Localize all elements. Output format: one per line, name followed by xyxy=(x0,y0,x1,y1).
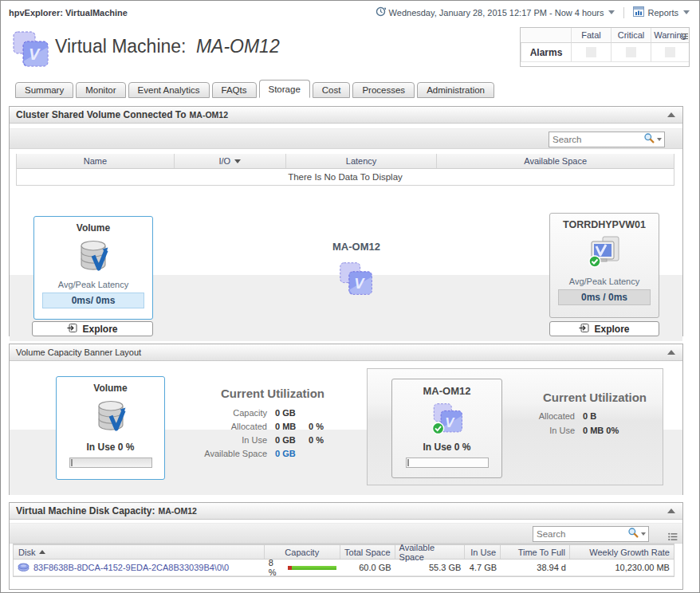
search-icon[interactable] xyxy=(643,132,655,147)
utilization-value: 0 GB xyxy=(275,408,309,418)
panel3-search-input[interactable] xyxy=(533,529,627,539)
column-header-disk[interactable]: Disk xyxy=(14,545,265,559)
utilization-row: Allocated 0 MB 0 % xyxy=(161,419,324,433)
search-options-caret-icon[interactable] xyxy=(657,138,662,141)
tab-processes[interactable]: Processes xyxy=(352,82,415,98)
volume-card[interactable]: Volume Avg/Peak Latency 0ms/ 0ms xyxy=(33,216,153,320)
host-explore-button[interactable]: Explore xyxy=(549,321,659,336)
column-header-total-space[interactable]: Total Space xyxy=(340,545,395,559)
volume-utilization-heading: Current Utilization xyxy=(201,387,344,400)
volume-capacity-card-title: Volume xyxy=(57,383,164,394)
panel1-collapse-button[interactable] xyxy=(667,112,675,117)
vm-capacity-container: MA-OM12 V In Use 0 % Curr xyxy=(367,368,663,485)
available-space-value: 55.3 GB xyxy=(395,560,466,575)
page-title-entity: MA-OM12 xyxy=(196,36,280,57)
tab-faqts[interactable]: FAQts xyxy=(212,82,257,98)
database-icon xyxy=(57,399,164,437)
tab-storage[interactable]: Storage xyxy=(259,80,310,98)
alarms-count-fatal[interactable] xyxy=(571,43,611,61)
utilization-label: Allocated xyxy=(161,422,267,431)
vm-capacity-card[interactable]: MA-OM12 V In Use 0 % xyxy=(391,379,502,478)
panel1-title: Cluster Shared Volume Connected ToMA-OM1… xyxy=(16,109,228,120)
volume-metric-label: Avg/Peak Latency xyxy=(34,280,152,289)
utilization-label: Allocated xyxy=(507,411,575,421)
column-header-capacity[interactable]: Capacity xyxy=(265,545,340,559)
svg-text:V: V xyxy=(29,45,41,63)
tab-summary[interactable]: Summary xyxy=(15,82,73,98)
utilization-value-link[interactable]: 0 GB xyxy=(275,449,309,458)
tab-event-analytics[interactable]: Event Analytics xyxy=(128,82,210,98)
topbar-right: Wednesday, January 28, 2015 12:17 PM - N… xyxy=(376,6,690,18)
total-space-value: 60.0 GB xyxy=(340,560,395,575)
alarms-customizer-icon[interactable] xyxy=(681,32,688,41)
reports-button[interactable]: Reports xyxy=(633,6,690,18)
vm-node-icon: V xyxy=(303,261,410,300)
volume-utilization-list: Capacity 0 GB Allocated 0 MB 0 % In Use … xyxy=(161,406,324,460)
progress-fill xyxy=(407,459,409,466)
tab-cost[interactable]: Cost xyxy=(313,82,351,98)
utilization-row: In Use 0 GB 0 % xyxy=(161,433,324,446)
column-header-weekly-growth[interactable]: Weekly Growth Rate xyxy=(570,545,674,559)
panel2-collapse-button[interactable] xyxy=(667,350,675,355)
column-header-io[interactable]: I/O xyxy=(175,154,286,168)
tab-administration[interactable]: Administration xyxy=(417,82,494,98)
csv-table-header: Name I/O Latency Available Space xyxy=(17,154,674,169)
vm-icon: V xyxy=(392,402,501,437)
utilization-label: In Use xyxy=(161,435,267,445)
alarms-header-critical[interactable]: Critical xyxy=(611,28,651,43)
alarms-count-critical[interactable] xyxy=(611,43,651,61)
alarms-header-warning[interactable]: Warning xyxy=(651,28,689,43)
panel3-search-box xyxy=(533,526,649,542)
utilization-value: 0 B xyxy=(583,411,616,421)
vm-node[interactable]: MA-OM12 V xyxy=(303,241,410,300)
utilization-label: Capacity xyxy=(161,408,267,418)
utilization-pct: 0 % xyxy=(309,422,324,431)
utilization-value: 0 GB xyxy=(275,435,309,445)
time-range-control[interactable]: Wednesday, January 28, 2015 12:17 PM - N… xyxy=(376,6,615,18)
alarms-count-warning[interactable] xyxy=(651,43,689,61)
search-icon[interactable] xyxy=(627,527,639,541)
column-header-time-to-full[interactable]: Time To Full xyxy=(501,545,570,559)
capacity-percent: 8 % xyxy=(269,558,283,577)
panel-volume-capacity: Volume Capacity Banner Layout Volume xyxy=(9,344,683,495)
panel1-search-input[interactable] xyxy=(549,135,643,144)
host-card[interactable]: TORRDHYPVW01 Avg/Peak Latency 0ms / 0ms xyxy=(549,213,659,318)
utilization-row: In Use 0 MB 0% xyxy=(507,423,619,438)
tab-monitor[interactable]: Monitor xyxy=(76,82,125,98)
alarm-count-box xyxy=(626,47,636,57)
host-metric-value: 0ms / 0ms xyxy=(558,289,651,305)
panel1-header: Cluster Shared Volume Connected ToMA-OM1… xyxy=(10,107,682,124)
disk-name-link[interactable]: 83F8638B-8DCA-4152-9EDA-2CA8B33039B4\0\0 xyxy=(33,563,229,572)
time-range-label: Wednesday, January 28, 2015 12:17 PM - N… xyxy=(389,8,604,18)
disk-table-header: Disk Capacity Total Space Available Spac… xyxy=(14,544,674,560)
disk-icon xyxy=(18,563,29,573)
host-metric-label: Avg/Peak Latency xyxy=(550,277,659,286)
alarms-header-fatal[interactable]: Fatal xyxy=(571,28,611,43)
column-header-in-use[interactable]: In Use xyxy=(465,545,501,559)
vm-capacity-card-title: MA-OM12 xyxy=(392,385,501,397)
time-to-full-value: 38.94 d xyxy=(501,560,570,575)
utilization-label: Available Space xyxy=(161,449,267,458)
column-header-latency[interactable]: Latency xyxy=(286,154,438,168)
column-header-name[interactable]: Name xyxy=(17,154,175,168)
table-customizer-icon[interactable] xyxy=(668,530,678,544)
panel3-collapse-button[interactable] xyxy=(667,509,675,513)
storage-topology: Volume Avg/Peak Latency 0ms/ 0ms xyxy=(10,187,682,341)
vm-utilization-heading: Current Utilization xyxy=(527,391,663,404)
reports-label: Reports xyxy=(647,8,678,18)
csv-table: Name I/O Latency Available Space There I… xyxy=(16,154,674,186)
volume-in-use-label: In Use 0 % xyxy=(57,442,164,453)
progress-fill xyxy=(71,459,73,466)
panel-cluster-shared-volume: Cluster Shared Volume Connected ToMA-OM1… xyxy=(9,106,683,336)
volume-capacity-card[interactable]: Volume In Use 0 % xyxy=(56,376,165,480)
column-header-available-space[interactable]: Available Space xyxy=(395,545,466,559)
disk-capacity-table: Disk Capacity Total Space Available Spac… xyxy=(13,544,674,577)
vm-in-use-progressbar xyxy=(406,458,489,468)
panel2-title: Volume Capacity Banner Layout xyxy=(16,348,141,357)
sort-desc-icon xyxy=(234,159,241,163)
search-options-caret-icon[interactable] xyxy=(641,532,646,536)
explore-icon xyxy=(67,323,77,336)
vm-in-use-label: In Use 0 % xyxy=(392,442,501,453)
volume-explore-button[interactable]: Explore xyxy=(32,321,153,336)
column-header-available-space[interactable]: Available Space xyxy=(437,154,674,168)
